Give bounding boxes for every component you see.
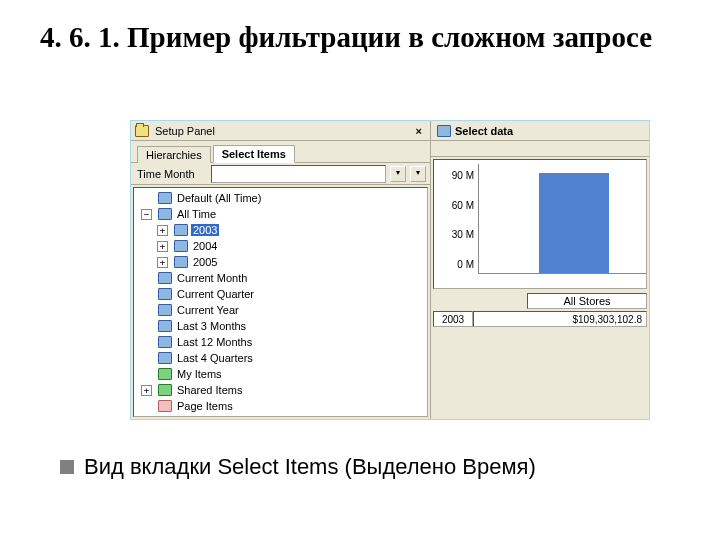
tree-label-selected: 2003: [191, 224, 219, 236]
panel-tabs: Hierarchies Select Items: [131, 141, 430, 163]
item-icon: [174, 224, 188, 236]
tree-label: Page Items: [175, 400, 235, 412]
item-icon: [158, 288, 172, 300]
tree-spacer: [141, 369, 152, 380]
tree-label: My Items: [175, 368, 224, 380]
dimension-dropdown-icon[interactable]: ▾: [390, 166, 406, 182]
item-icon: [158, 304, 172, 316]
tree-label: Shared Items: [175, 384, 244, 396]
tree-label: Last 12 Months: [175, 336, 254, 348]
dimension-label: Time Month: [131, 168, 211, 180]
bullet-text: Вид вкладки Select Items (Выделено Время…: [84, 454, 536, 480]
tree-row-2003[interactable]: + 2003: [134, 222, 427, 238]
item-icon: [158, 192, 172, 204]
tree-row-last12m[interactable]: Last 12 Months: [134, 334, 427, 350]
tab-select-items[interactable]: Select Items: [213, 145, 295, 163]
folder-icon: [158, 400, 172, 412]
tree-row-2004[interactable]: + 2004: [134, 238, 427, 254]
y-tick: 30 M: [452, 229, 474, 240]
setup-panel-header: Setup Panel ×: [131, 121, 430, 141]
tree-row-myitems[interactable]: My Items: [134, 366, 427, 382]
expand-icon[interactable]: +: [157, 257, 168, 268]
toolbar-spacer: [431, 141, 649, 157]
item-icon: [158, 272, 172, 284]
tab-hierarchies[interactable]: Hierarchies: [137, 146, 211, 163]
slide-title: 4. 6. 1. Пример фильтрации в сложном зап…: [40, 20, 680, 55]
data-panel: Select data 90 M 60 M 30 M 0 M All Store…: [431, 121, 649, 419]
item-icon: [174, 256, 188, 268]
tree-row-curquarter[interactable]: Current Quarter: [134, 286, 427, 302]
setup-panel: Setup Panel × Hierarchies Select Items T…: [131, 121, 431, 419]
cell-value: $109,303,102.8: [473, 311, 647, 327]
tree-label: 2005: [191, 256, 219, 268]
expand-icon[interactable]: +: [141, 385, 152, 396]
chart-area: 90 M 60 M 30 M 0 M: [433, 159, 647, 289]
data-panel-title: Select data: [455, 125, 513, 137]
bullet-icon: [60, 460, 74, 474]
tree-spacer: [141, 401, 152, 412]
folder-icon: [158, 384, 172, 396]
dimension-menu-icon[interactable]: ▾: [410, 166, 426, 182]
legend-row: All Stores: [433, 293, 647, 309]
bar-2003: [539, 173, 609, 273]
close-icon[interactable]: ×: [412, 125, 426, 137]
item-icon: [174, 240, 188, 252]
item-icon: [158, 352, 172, 364]
dimension-row: Time Month ▾ ▾: [131, 163, 430, 185]
row-header: 2003: [433, 311, 473, 327]
tree-row-shareditems[interactable]: + Shared Items: [134, 382, 427, 398]
tree-spacer: [141, 305, 152, 316]
y-tick: 60 M: [452, 200, 474, 211]
items-tree[interactable]: Default (All Time) − All Time + 2003 + 2…: [133, 187, 428, 417]
tree-row-last3m[interactable]: Last 3 Months: [134, 318, 427, 334]
tree-row-2005[interactable]: + 2005: [134, 254, 427, 270]
y-tick: 90 M: [452, 170, 474, 181]
tree-spacer: [141, 273, 152, 284]
tree-label: Current Month: [175, 272, 249, 284]
data-row: 2003 $109,303,102.8: [433, 311, 647, 327]
tree-spacer: [141, 321, 152, 332]
tree-spacer: [141, 353, 152, 364]
folder-icon: [158, 368, 172, 380]
chart-plot: [478, 164, 646, 274]
tree-label: 2004: [191, 240, 219, 252]
expand-icon[interactable]: +: [157, 225, 168, 236]
data-panel-header: Select data: [431, 121, 649, 141]
tree-label: Default (All Time): [175, 192, 263, 204]
tree-row-curmonth[interactable]: Current Month: [134, 270, 427, 286]
tree-label: Current Year: [175, 304, 241, 316]
y-tick: 0 M: [457, 259, 474, 270]
tree-spacer: [141, 193, 152, 204]
database-icon: [437, 125, 451, 137]
tree-spacer: [141, 337, 152, 348]
tree-row-last4q[interactable]: Last 4 Quarters: [134, 350, 427, 366]
expand-icon[interactable]: +: [157, 241, 168, 252]
tree-label: Last 3 Months: [175, 320, 248, 332]
tree-row-default[interactable]: Default (All Time): [134, 190, 427, 206]
tree-label: Last 4 Quarters: [175, 352, 255, 364]
slide-bullet: Вид вкладки Select Items (Выделено Время…: [60, 454, 650, 480]
app-screenshot: Setup Panel × Hierarchies Select Items T…: [130, 120, 650, 420]
column-header: All Stores: [527, 293, 647, 309]
tree-label: All Time: [175, 208, 218, 220]
setup-panel-label: Setup Panel: [155, 125, 215, 137]
tree-label: Current Quarter: [175, 288, 256, 300]
collapse-icon[interactable]: −: [141, 209, 152, 220]
item-icon: [158, 208, 172, 220]
tree-row-pageitems[interactable]: Page Items: [134, 398, 427, 414]
dimension-input[interactable]: [211, 165, 386, 183]
item-icon: [158, 336, 172, 348]
tree-spacer: [141, 289, 152, 300]
tree-row-curyear[interactable]: Current Year: [134, 302, 427, 318]
folder-icon: [135, 125, 149, 137]
item-icon: [158, 320, 172, 332]
tree-row-alltime[interactable]: − All Time: [134, 206, 427, 222]
y-axis: 90 M 60 M 30 M 0 M: [438, 160, 474, 288]
